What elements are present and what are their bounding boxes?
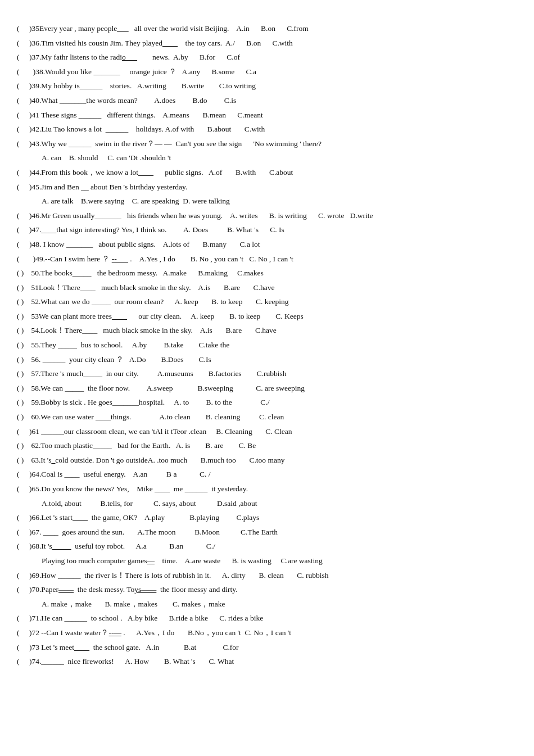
q73: ( )73 Let 's meet____ the school gate. A… [17,641,517,654]
q69-content: )69.How ______ the river is！There is lot… [29,569,517,582]
paren-64: ( [17,468,29,481]
q42: ( )42.Liu Tao knows a lot ______ holiday… [17,123,517,135]
q53-content: 53We can plant more trees____ our city c… [29,310,517,323]
q36: ( )36.Tim visited his cousin Jim. They p… [17,37,517,49]
q64-content: )64.Coal is ____ useful energy. A.an B a… [29,468,517,481]
q38-content: )38.Would you like _______ orange juice … [29,66,517,78]
q63: ( ) 63.It 's_cold outside. Don 't go out… [17,454,517,467]
q42-content: )42.Liu Tao knows a lot ______ holidays.… [29,123,517,135]
q37-content: )37.My fathr listens to the radio___ new… [29,51,517,64]
paren-65: ( [17,483,29,495]
paren-53: ( ) [17,310,29,323]
paren-69: ( [17,569,29,582]
paren-59: ( ) [17,396,29,409]
q74-content: )74.______ nice fireworks! A. How B. Wha… [29,655,517,668]
paren-48: ( [17,238,29,251]
q52-content: 52.What can we do _____ our room clean? … [29,296,517,308]
q51-content: 51Look！There____ much black smoke in the… [29,282,517,294]
paren-54: ( ) [17,324,29,337]
paren-66: ( [17,511,29,524]
paren-55: ( ) [17,339,29,351]
q62-content: 62.Too much plastic_____ bad for the Ear… [29,440,517,452]
q61: ( )61 ______our classroom clean, we can … [17,425,517,438]
q70: ( )70.Paper—— the desk messy. Toys—— the… [17,583,517,596]
q65: ( )65.Do you know the news? Yes, Mike __… [17,483,517,495]
q72-content: )72 --Can I waste water？--— . A.Yes，I do… [29,627,517,639]
q41-content: )41 These signs ______ different things.… [29,109,517,121]
q35: ( )35Every year , many people___ all ove… [17,22,517,35]
paren-44: ( [17,166,29,179]
q58-content: 58.We can _____ the floor now. A.sweep B… [29,382,517,395]
paren-52: ( ) [17,296,29,308]
paren-72: ( [17,627,29,639]
paren-73: ( [17,641,29,654]
paren-74: ( [17,655,29,668]
q39-content: )39.My hobby is______ stories. A.writing… [29,80,517,92]
q47: ( )47.____that sign interesting? Yes, I … [17,224,517,236]
q45-content: )45.Jim and Ben __ about Ben 's birthday… [29,181,517,193]
q62: ( ) 62.Too much plastic_____ bad for the… [17,440,517,452]
q53: ( ) 53We can plant more trees____ our ci… [17,310,517,323]
paren-39: ( [17,80,29,92]
paren-68: ( [17,540,29,553]
q55-content: 55.They _____ bus to school. A.by B.take… [29,339,517,351]
q64: ( )64.Coal is ____ useful energy. A.an B… [17,468,517,481]
q38: ( )38.Would you like _______ orange juic… [17,66,517,78]
q56-content: 56. ______ your city clean ？ A.Do B.Does… [29,354,517,366]
q72: ( )72 --Can I waste water？--— . A.Yes，I … [17,627,517,639]
q48: ( )48. I know _______ about public signs… [17,238,517,251]
q52: ( ) 52.What can we do _____ our room cle… [17,296,517,308]
q58: ( ) 58.We can _____ the floor now. A.swe… [17,382,517,395]
q59: ( ) 59.Bobby is sick . He goes_______hos… [17,396,517,409]
q66-content: )66.Let 's start____ the game, OK? A.pla… [29,511,517,524]
q35-content: )35Every year , many people___ all over … [29,22,517,35]
questions-container: ( )35Every year , many people___ all ove… [17,22,517,668]
paren-62: ( ) [17,440,29,452]
paren-38: ( [17,66,29,78]
q54: ( ) 54.Look！There____ much black smoke i… [17,324,517,337]
paren-46: ( [17,210,29,222]
q36-content: )36.Tim visited his cousin Jim. They pla… [29,37,517,49]
q68-content: )68.It 's_____ useful toy robot. A.a B.a… [29,540,517,553]
paren-42: ( [17,123,29,135]
paren-49: ( [17,253,29,265]
q61-content: )61 ______our classroom clean, we can 't… [29,425,517,438]
paren-63: ( ) [17,454,29,467]
q43: ( )43.Why we ______ swim in the river？— … [17,138,517,150]
paren-58: ( ) [17,382,29,395]
paren-40: ( [17,94,29,107]
paren-45: ( [17,181,29,193]
paren-56: ( ) [17,354,29,366]
paren-35: ( [17,22,29,35]
paren-60: ( ) [17,411,29,423]
q57-content: 57.There 's much_____ in our city. A.mus… [29,368,517,380]
q48-content: )48. I know _______ about public signs. … [29,238,517,251]
q39: ( )39.My hobby is______ stories. A.writi… [17,80,517,92]
q54-content: 54.Look！There____ much black smoke in th… [29,324,517,337]
paren-50: ( ) [17,267,29,279]
q68: ( )68.It 's_____ useful toy robot. A.a B… [17,540,517,553]
q74: ( )74.______ nice fireworks! A. How B. W… [17,655,517,668]
paren-43: ( [17,138,29,150]
q65-content: )65.Do you know the news? Yes, Mike ____… [29,483,517,495]
q50: ( ) 50.The books_____ the bedroom messy.… [17,267,517,279]
q69: ( )69.How ______ the river is！There is l… [17,569,517,582]
q63-content: 63.It 's_cold outside. Don 't go outside… [29,454,517,467]
q71: ( )71.He can ______ to school . A.by bik… [17,612,517,624]
paren-47: ( [17,224,29,236]
q50-content: 50.The books_____ the bedroom messy. A.m… [29,267,517,279]
q60: ( ) 60.We can use water ____things. A.to… [17,411,517,423]
q41: ( )41 These signs ______ different thing… [17,109,517,121]
q71-content: )71.He can ______ to school . A.by bike … [29,612,517,624]
q49: ( )49.--Can I swim here ？ --___ . A.Yes … [17,253,517,265]
paren-36: ( [17,37,29,49]
q70-content: )70.Paper—— the desk messy. Toys—— the f… [29,583,517,596]
q45: ( )45.Jim and Ben __ about Ben 's birthd… [17,181,517,193]
q46-content: )46.Mr Green usually_______ his friends … [29,210,517,222]
q44-content: )44.From this book，we know a lot____ pub… [29,166,517,179]
q56: ( ) 56. ______ your city clean ？ A.Do B.… [17,354,517,366]
q37: ( )37.My fathr listens to the radio___ n… [17,51,517,64]
q67: ( )67. ____ goes around the sun. A.The m… [17,526,517,538]
q40: ( )40.What _______the words mean? A.does… [17,94,517,107]
q65-sub: A.told, about B.tells, for C. says, abou… [42,497,517,510]
